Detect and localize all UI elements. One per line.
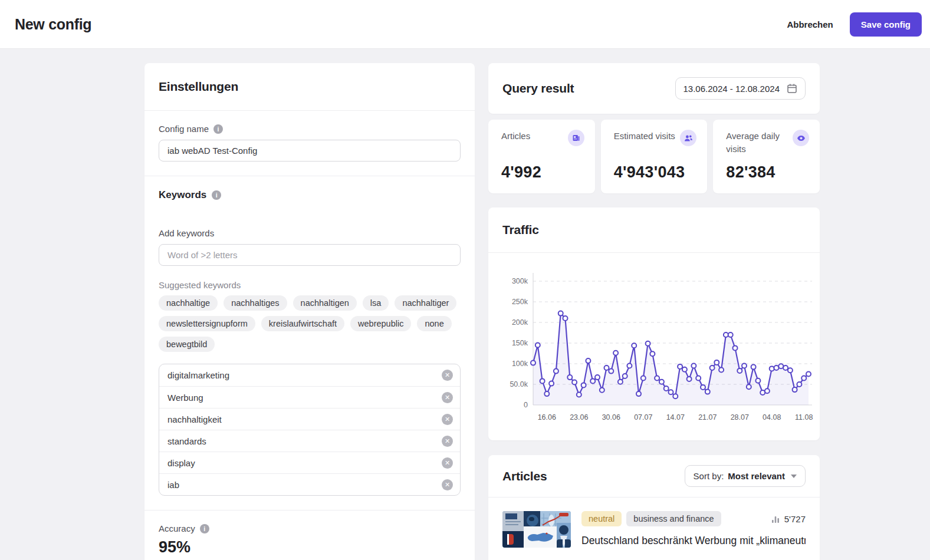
traffic-card: Traffic 050.0k100k150k200k250k300k16.062…: [488, 207, 820, 440]
svg-text:14.07: 14.07: [666, 413, 685, 421]
articles-title: Articles: [502, 469, 547, 483]
stat-label: Average daily visits: [726, 130, 788, 156]
svg-text:0: 0: [524, 401, 528, 409]
svg-text:200k: 200k: [512, 318, 528, 327]
selected-keyword-row: standards✕: [159, 430, 460, 452]
svg-text:100k: 100k: [512, 360, 528, 368]
results-column: Query result 13.06.2024 - 12.08.2024 Art…: [488, 63, 820, 560]
stat-value: 4'992: [501, 163, 584, 182]
svg-text:16.06: 16.06: [538, 413, 556, 421]
remove-keyword-button[interactable]: ✕: [442, 479, 453, 490]
sort-dropdown[interactable]: Sort by: Most relevant: [685, 465, 806, 487]
austria-map-graphic: [525, 530, 555, 545]
traffic-chart: 050.0k100k150k200k250k300k16.0623.0630.0…: [488, 253, 820, 440]
svg-text:50.0k: 50.0k: [510, 380, 528, 388]
keywords-title: Keywords: [159, 189, 206, 201]
remove-keyword-button[interactable]: ✕: [442, 392, 453, 403]
svg-text:04.08: 04.08: [763, 413, 781, 421]
svg-text:23.06: 23.06: [570, 413, 588, 421]
accuracy-value: 95%: [159, 538, 461, 556]
stat-label: Estimated visits: [614, 130, 675, 143]
add-keyword-input[interactable]: [159, 244, 461, 266]
svg-text:150k: 150k: [512, 339, 528, 347]
query-result-title: Query result: [502, 81, 574, 95]
stat-card-estimated-visits: Estimated visits 4'943'043: [601, 120, 708, 193]
selected-keyword-label: iab: [167, 480, 179, 490]
svg-text:300k: 300k: [512, 277, 528, 285]
svg-text:250k: 250k: [512, 298, 528, 306]
stat-card-articles: Articles 4'992: [488, 120, 595, 193]
suggested-keyword-chip[interactable]: none: [417, 316, 451, 331]
selected-keyword-label: nachhaltigkeit: [167, 414, 222, 424]
bar-chart-icon: [771, 515, 780, 523]
remove-keyword-button[interactable]: ✕: [442, 457, 453, 469]
chevron-down-icon: [791, 475, 797, 478]
selected-keywords-list: digitalmarketing✕Werbung✕nachhaltigkeit✕…: [159, 364, 461, 496]
date-range-value: 13.06.2024 - 12.08.2024: [683, 84, 780, 94]
selected-keyword-row: iab✕: [159, 473, 460, 495]
remove-keyword-button[interactable]: ✕: [442, 370, 453, 381]
stats-row: Articles 4'992 Estimated visits: [488, 120, 820, 193]
people-icon: [680, 130, 696, 146]
page-title: New config: [15, 16, 91, 33]
stat-value: 4'943'043: [614, 163, 697, 182]
svg-text:28.07: 28.07: [731, 413, 749, 421]
selected-keyword-label: Werbung: [167, 393, 203, 403]
config-name-label: Config name: [159, 124, 209, 134]
info-icon[interactable]: i: [213, 124, 223, 134]
suggested-keyword-chip[interactable]: lsa: [363, 295, 389, 311]
category-badge: business and finance: [626, 511, 721, 526]
article-thumbnail[interactable]: [502, 511, 571, 548]
articles-card: Articles Sort by: Most relevant: [488, 455, 820, 560]
suggested-keyword-chip[interactable]: bewegtbild: [159, 337, 215, 352]
selected-keyword-label: display: [167, 458, 195, 468]
news-icon: [568, 130, 584, 146]
date-range-picker[interactable]: 13.06.2024 - 12.08.2024: [675, 77, 806, 100]
article-title[interactable]: Deutschland beschränkt Werbung mit „klim…: [581, 534, 806, 548]
settings-title: Einstellungen: [159, 80, 461, 94]
selected-keyword-row: nachhaltigkeit✕: [159, 408, 460, 430]
suggested-keyword-chip[interactable]: nachhaltiger: [395, 295, 456, 311]
accuracy-label: Accuracy: [159, 523, 195, 533]
accuracy-section: Accuracy i 95%: [144, 510, 475, 560]
selected-keyword-row: digitalmarketing✕: [159, 364, 460, 386]
stat-card-average-daily-visits: Average daily visits 82'384: [713, 120, 820, 193]
selected-keyword-label: digitalmarketing: [167, 370, 229, 380]
config-name-section: Config name i: [144, 111, 475, 176]
save-config-button[interactable]: Save config: [850, 12, 922, 37]
svg-text:07.07: 07.07: [634, 413, 652, 421]
stat-value: 82'384: [726, 163, 809, 182]
suggested-keyword-chip[interactable]: nachhaltige: [159, 295, 218, 311]
suggested-keyword-chip[interactable]: nachhaltigen: [293, 295, 357, 311]
stat-label: Articles: [501, 130, 530, 143]
add-keywords-label: Add keywords: [159, 228, 214, 238]
suggested-keyword-chip[interactable]: webrepublic: [350, 316, 411, 331]
selected-keyword-row: Werbung✕: [159, 386, 460, 408]
query-result-card: Query result 13.06.2024 - 12.08.2024: [488, 63, 820, 114]
header: New config Abbrechen Save config: [0, 0, 930, 49]
article-views: 5'727: [784, 514, 806, 524]
sentiment-badge: neutral: [581, 511, 622, 526]
suggested-keyword-chip[interactable]: nachhaltiges: [224, 295, 287, 311]
info-icon[interactable]: i: [200, 524, 209, 533]
suggested-keywords-list: nachhaltigenachhaltigesnachhaltigenlsana…: [159, 295, 461, 352]
eye-icon: [793, 130, 809, 146]
remove-keyword-button[interactable]: ✕: [442, 414, 453, 425]
suggested-keywords-label: Suggested keywords: [159, 280, 461, 290]
selected-keyword-row: display✕: [159, 452, 460, 473]
config-name-input[interactable]: [159, 140, 461, 162]
traffic-title: Traffic: [502, 223, 539, 237]
svg-text:30.06: 30.06: [602, 413, 620, 421]
info-icon[interactable]: i: [212, 190, 221, 200]
remove-keyword-button[interactable]: ✕: [442, 436, 453, 447]
cancel-button[interactable]: Abbrechen: [778, 14, 841, 35]
svg-text:21.07: 21.07: [698, 413, 717, 421]
settings-card: Einstellungen Config name i Keywords i A…: [144, 63, 475, 560]
selected-keyword-label: standards: [167, 436, 206, 446]
article-list-item[interactable]: neutral business and finance 5'727 Deuts…: [488, 498, 820, 548]
keywords-section: Keywords i Add keywords Suggested keywor…: [144, 176, 475, 510]
svg-text:11.08: 11.08: [795, 413, 813, 421]
calendar-icon: [787, 83, 797, 94]
suggested-keyword-chip[interactable]: newslettersignupform: [159, 316, 255, 331]
suggested-keyword-chip[interactable]: kreislaufwirtschaft: [261, 316, 344, 331]
